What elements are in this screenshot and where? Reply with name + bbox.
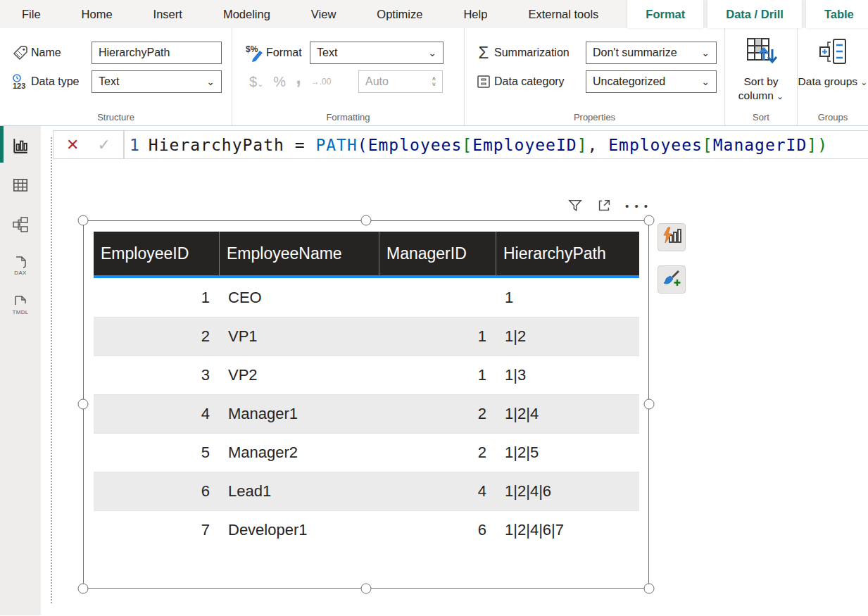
table: EmployeeIDEmployeeNameManagerIDHierarchy… bbox=[94, 232, 639, 549]
resize-handle-bottom-right[interactable] bbox=[644, 584, 655, 594]
column-header-employeeid[interactable]: EmployeeID bbox=[94, 232, 219, 275]
table-row[interactable]: 2VP111|2 bbox=[94, 317, 639, 356]
sidebar-item-report-view[interactable] bbox=[0, 127, 41, 167]
format-label: Format bbox=[266, 46, 310, 59]
chevron-down-icon: ⌄ bbox=[428, 47, 436, 58]
column-header-hierarchypath[interactable]: HierarchyPath bbox=[496, 232, 639, 275]
table-cell: 1|2|4 bbox=[496, 405, 639, 423]
section-label-formatting: Formatting bbox=[232, 112, 464, 122]
table-cell: 1 bbox=[379, 366, 496, 384]
resize-handle-bottom-center[interactable] bbox=[361, 584, 372, 594]
spinner-arrows[interactable]: ˄˅ bbox=[432, 76, 436, 87]
table-cell: 1|3 bbox=[496, 366, 639, 384]
sigma-icon: Σ bbox=[473, 43, 494, 63]
percent-icon[interactable]: % bbox=[273, 74, 286, 90]
column-header-employeename[interactable]: EmployeeName bbox=[219, 232, 379, 275]
formula-token: ] bbox=[807, 136, 817, 154]
table-cell: 1|2|4|6 bbox=[496, 482, 639, 501]
formula-token: HierarchyPath bbox=[149, 136, 284, 154]
table-row[interactable]: 5Manager221|2|5 bbox=[94, 433, 639, 472]
ribbon: Name HierarchyPath 123 Data type Text ⌄ … bbox=[0, 28, 868, 126]
sidebar-item-table-view[interactable] bbox=[0, 167, 41, 206]
sidebar-item-model-view[interactable] bbox=[0, 206, 41, 246]
data-category-dropdown[interactable]: Uncategorized ⌄ bbox=[586, 70, 717, 93]
menu-tab-help[interactable]: Help bbox=[447, 0, 503, 28]
format-icon: $% bbox=[245, 44, 266, 62]
resize-handle-bottom-left[interactable] bbox=[78, 584, 89, 594]
table-cell: Manager1 bbox=[219, 405, 379, 423]
menu-tab-view[interactable]: View bbox=[295, 0, 352, 28]
canvas-boundary bbox=[51, 137, 52, 603]
menu-tab-data-drill[interactable]: Data / Drill bbox=[707, 0, 802, 28]
data-type-dropdown[interactable]: Text ⌄ bbox=[92, 70, 222, 93]
more-options-icon[interactable]: • • • bbox=[625, 200, 649, 212]
menu-tab-home[interactable]: Home bbox=[65, 0, 129, 28]
cancel-formula-button[interactable]: ✕ bbox=[66, 136, 79, 154]
format-dropdown[interactable]: Text ⌄ bbox=[310, 42, 444, 64]
table-row[interactable]: 3VP211|3 bbox=[94, 356, 639, 394]
menu-tab-optimize[interactable]: Optimize bbox=[360, 0, 439, 28]
table-row[interactable]: 1CEO1 bbox=[94, 278, 639, 317]
table-visual[interactable]: EmployeeIDEmployeeNameManagerIDHierarchy… bbox=[83, 220, 649, 589]
formula-token: ManagerID bbox=[713, 136, 807, 154]
commit-formula-button[interactable]: ✓ bbox=[98, 136, 111, 154]
menu-tab-insert[interactable]: Insert bbox=[137, 0, 199, 28]
focus-mode-icon[interactable] bbox=[596, 198, 612, 213]
sidebar-item-tmdl-view[interactable]: TMDL bbox=[0, 285, 41, 325]
menu-tab-table[interactable]: Table bbox=[806, 0, 868, 28]
decimal-places-icon[interactable]: →.00 bbox=[311, 77, 332, 87]
data-type-label: Data type bbox=[31, 75, 92, 88]
menu-tab-external-tools[interactable]: External tools bbox=[512, 0, 615, 28]
filter-icon[interactable] bbox=[567, 198, 583, 213]
table-row[interactable]: 7Developer161|2|4|6|7 bbox=[94, 510, 639, 549]
resize-handle-middle-right[interactable] bbox=[644, 399, 655, 410]
resize-handle-top-right[interactable] bbox=[644, 215, 655, 226]
decimal-auto-spinner[interactable]: Auto ˄˅ bbox=[358, 70, 443, 93]
formula-input[interactable]: 1 HierarchyPath = PATH(Employees[Employe… bbox=[124, 130, 868, 159]
format-add-button[interactable] bbox=[658, 265, 686, 294]
name-input[interactable]: HierarchyPath bbox=[92, 42, 222, 64]
column-header-managerid[interactable]: ManagerID bbox=[379, 232, 496, 275]
analyze-button[interactable] bbox=[658, 223, 686, 251]
dax-formula: HierarchyPath = PATH(Employees[EmployeeI… bbox=[149, 136, 828, 154]
formula-bar-buttons: ✕ ✓ bbox=[53, 130, 124, 159]
sidebar-item-dax-query-view[interactable]: DAX bbox=[0, 246, 41, 285]
data-groups-button[interactable]: Data groups ⌄ bbox=[798, 28, 868, 89]
summarization-dropdown[interactable]: Don't summarize ⌄ bbox=[586, 42, 717, 64]
formula-token: [ bbox=[462, 136, 472, 154]
resize-handle-middle-left[interactable] bbox=[78, 399, 89, 410]
formula-token: EmployeeID bbox=[472, 136, 577, 154]
ribbon-group-groups: Data groups ⌄ Groups bbox=[798, 28, 868, 125]
table-cell: 1|2|5 bbox=[496, 444, 639, 462]
menubar: FileHomeInsertModelingViewOptimizeHelpEx… bbox=[0, 0, 868, 28]
data-type-value: Text bbox=[99, 75, 119, 88]
table-row[interactable]: 4Manager121|2|4 bbox=[94, 394, 639, 433]
line-number: 1 bbox=[130, 136, 140, 154]
chevron-down-icon: ⌄ bbox=[776, 92, 784, 101]
table-cell: 1|2 bbox=[496, 327, 639, 346]
table-cell: 1 bbox=[496, 289, 639, 307]
chevron-down-icon: ⌄ bbox=[860, 77, 867, 87]
formula-token: = bbox=[284, 136, 316, 154]
view-sidebar: DAX TMDL bbox=[0, 126, 41, 615]
auto-value: Auto bbox=[365, 75, 389, 88]
tmdl-label: TMDL bbox=[0, 309, 41, 315]
data-category-label: Data category bbox=[494, 75, 586, 88]
analyze-icon bbox=[662, 226, 681, 249]
currency-icon[interactable]: $⌄ bbox=[249, 74, 263, 90]
table-cell: 2 bbox=[379, 444, 496, 462]
data-category-value: Uncategorized bbox=[593, 75, 665, 88]
chevron-down-icon: ⌄ bbox=[701, 76, 710, 87]
sort-by-column-button[interactable]: Sort by column ⌄ bbox=[725, 28, 797, 103]
menu-tab-format[interactable]: Format bbox=[627, 0, 703, 28]
resize-handle-top-left[interactable] bbox=[78, 215, 89, 226]
chevron-down-icon: ⌄ bbox=[701, 47, 710, 58]
thousands-separator-icon[interactable]: , bbox=[296, 74, 301, 81]
table-view-icon bbox=[11, 176, 30, 197]
resize-handle-top-center[interactable] bbox=[361, 215, 372, 226]
table-cell: 1|2|4|6|7 bbox=[496, 521, 639, 539]
menu-tab-file[interactable]: File bbox=[6, 0, 57, 28]
ribbon-group-sort: Sort by column ⌄ Sort bbox=[725, 28, 798, 125]
menu-tab-modeling[interactable]: Modeling bbox=[207, 0, 287, 28]
table-row[interactable]: 6Lead141|2|4|6 bbox=[94, 472, 639, 510]
